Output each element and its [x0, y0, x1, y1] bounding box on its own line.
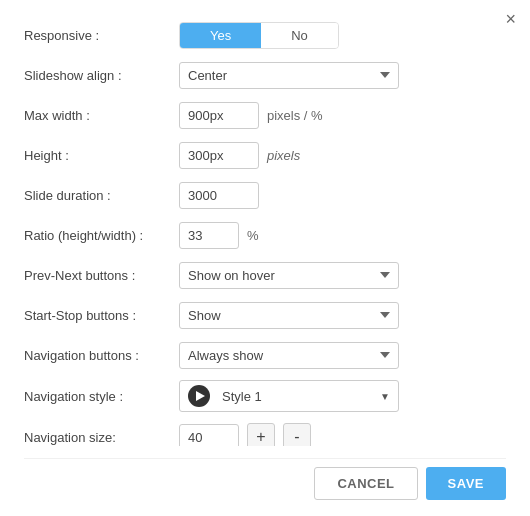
control-nav-size: + -	[179, 423, 506, 446]
select-start-stop[interactable]: Show	[179, 302, 399, 329]
form-area: Responsive : Yes No Slideshow align : Ce…	[24, 20, 506, 446]
input-height[interactable]	[179, 142, 259, 169]
control-nav-style: Style 1 ▼	[179, 380, 506, 412]
nav-style-play-icon	[188, 385, 210, 407]
cancel-button[interactable]: CANCEL	[314, 467, 417, 500]
size-increment-button[interactable]: +	[247, 423, 275, 446]
size-decrement-button[interactable]: -	[283, 423, 311, 446]
row-start-stop: Start-Stop buttons : Show	[24, 300, 506, 330]
dialog: × Responsive : Yes No Slideshow align : …	[0, 0, 530, 516]
row-responsive: Responsive : Yes No	[24, 20, 506, 50]
toggle-yes[interactable]: Yes	[180, 23, 261, 48]
save-button[interactable]: SAVE	[426, 467, 506, 500]
label-slideshow-align: Slideshow align :	[24, 68, 179, 83]
row-nav-buttons: Navigation buttons : Always show	[24, 340, 506, 370]
label-nav-buttons: Navigation buttons :	[24, 348, 179, 363]
row-slideshow-align: Slideshow align : Center	[24, 60, 506, 90]
footer: CANCEL SAVE	[24, 458, 506, 500]
nav-style-label: Style 1	[222, 389, 374, 404]
play-triangle	[196, 391, 205, 401]
row-nav-size: Navigation size: + -	[24, 422, 506, 446]
row-max-width: Max width : pixels / %	[24, 100, 506, 130]
label-responsive: Responsive :	[24, 28, 179, 43]
select-nav-buttons[interactable]: Always show	[179, 342, 399, 369]
row-ratio: Ratio (height/width) : %	[24, 220, 506, 250]
label-nav-style: Navigation style :	[24, 389, 179, 404]
row-prev-next: Prev-Next buttons : Show on hover	[24, 260, 506, 290]
control-slideshow-align: Center	[179, 62, 506, 89]
unit-ratio: %	[247, 228, 259, 243]
unit-height: pixels	[267, 148, 300, 163]
toggle-responsive: Yes No	[179, 22, 339, 49]
label-height: Height :	[24, 148, 179, 163]
control-max-width: pixels / %	[179, 102, 506, 129]
control-ratio: %	[179, 222, 506, 249]
input-slide-duration[interactable]	[179, 182, 259, 209]
chevron-down-icon: ▼	[380, 391, 390, 402]
select-prev-next[interactable]: Show on hover	[179, 262, 399, 289]
control-nav-buttons: Always show	[179, 342, 506, 369]
label-max-width: Max width :	[24, 108, 179, 123]
row-slide-duration: Slide duration :	[24, 180, 506, 210]
row-nav-style: Navigation style : Style 1 ▼	[24, 380, 506, 412]
row-height: Height : pixels	[24, 140, 506, 170]
label-nav-size: Navigation size:	[24, 430, 179, 445]
control-start-stop: Show	[179, 302, 506, 329]
input-ratio[interactable]	[179, 222, 239, 249]
label-prev-next: Prev-Next buttons :	[24, 268, 179, 283]
unit-max-width: pixels / %	[267, 108, 323, 123]
control-height: pixels	[179, 142, 506, 169]
control-slide-duration	[179, 182, 506, 209]
nav-style-button[interactable]: Style 1 ▼	[179, 380, 399, 412]
select-slideshow-align[interactable]: Center	[179, 62, 399, 89]
label-slide-duration: Slide duration :	[24, 188, 179, 203]
input-max-width[interactable]	[179, 102, 259, 129]
toggle-no[interactable]: No	[261, 23, 338, 48]
label-ratio: Ratio (height/width) :	[24, 228, 179, 243]
close-button[interactable]: ×	[505, 10, 516, 28]
control-prev-next: Show on hover	[179, 262, 506, 289]
input-nav-size[interactable]	[179, 424, 239, 447]
control-responsive: Yes No	[179, 22, 506, 49]
label-start-stop: Start-Stop buttons :	[24, 308, 179, 323]
